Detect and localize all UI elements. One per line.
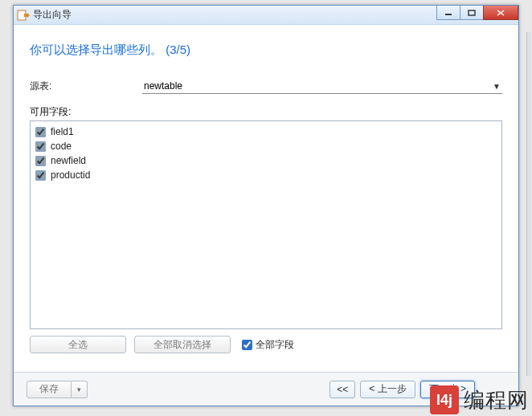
titlebar[interactable]: 导出向导 [14, 6, 518, 25]
svg-rect-1 [445, 14, 452, 15]
all-fields-checkbox[interactable] [242, 340, 252, 350]
next-button[interactable]: 下一步 > [420, 381, 475, 398]
save-button[interactable]: 保存 [27, 381, 72, 398]
field-checkbox[interactable] [35, 127, 46, 137]
prev-button[interactable]: < 上一步 [360, 381, 415, 398]
first-page-button[interactable]: << [329, 381, 355, 398]
window-controls [437, 6, 518, 20]
heading-step: (3/5) [166, 43, 190, 56]
field-checkbox[interactable] [35, 156, 46, 166]
source-table-row: 源表: newtable ▼ [30, 79, 502, 94]
window-title: 导出向导 [33, 8, 72, 22]
background-sliver [526, 32, 531, 376]
wizard-footer: 保存 ▾ << < 上一步 下一步 > >> [14, 372, 518, 406]
heading-text: 你可以选择导出哪些列。 [30, 43, 162, 56]
field-name: field1 [51, 124, 74, 139]
export-wizard-window: 导出向导 你可以选择导出哪些列。 (3/5) 源表: newtable [13, 5, 519, 406]
wizard-body: 你可以选择导出哪些列。 (3/5) 源表: newtable ▼ 可用字段: f… [14, 25, 518, 361]
field-checkbox[interactable] [35, 170, 46, 181]
close-button[interactable] [483, 6, 518, 20]
maximize-button[interactable] [460, 6, 484, 20]
field-checkbox[interactable] [35, 141, 46, 152]
source-label: 源表: [30, 80, 142, 93]
source-table-select-wrap: newtable ▼ [142, 79, 502, 94]
field-name: code [51, 139, 72, 153]
page-heading: 你可以选择导出哪些列。 (3/5) [30, 43, 502, 58]
save-split-button: 保存 ▾ [27, 381, 88, 398]
available-fields-label: 可用字段: [30, 105, 502, 119]
field-item[interactable]: productid [35, 168, 497, 182]
select-all-button[interactable]: 全选 [30, 336, 126, 353]
field-name: newfield [51, 153, 86, 168]
deselect-all-button[interactable]: 全部取消选择 [134, 336, 231, 353]
chevron-down-icon: ▾ [77, 385, 81, 394]
available-fields-box[interactable]: field1 code newfield productid [30, 120, 502, 329]
field-item[interactable]: newfield [35, 153, 497, 168]
all-fields-label: 全部字段 [256, 338, 294, 352]
field-actions-row: 全选 全部取消选择 全部字段 [30, 336, 502, 353]
app-icon [17, 9, 30, 22]
source-table-select[interactable]: newtable [142, 79, 502, 94]
field-name: productid [51, 168, 90, 182]
all-fields-toggle[interactable]: 全部字段 [239, 337, 294, 353]
svg-rect-2 [469, 10, 475, 15]
field-item[interactable]: field1 [35, 124, 497, 139]
minimize-button[interactable] [436, 6, 460, 20]
field-item[interactable]: code [35, 139, 497, 153]
save-dropdown-button[interactable]: ▾ [72, 381, 88, 398]
